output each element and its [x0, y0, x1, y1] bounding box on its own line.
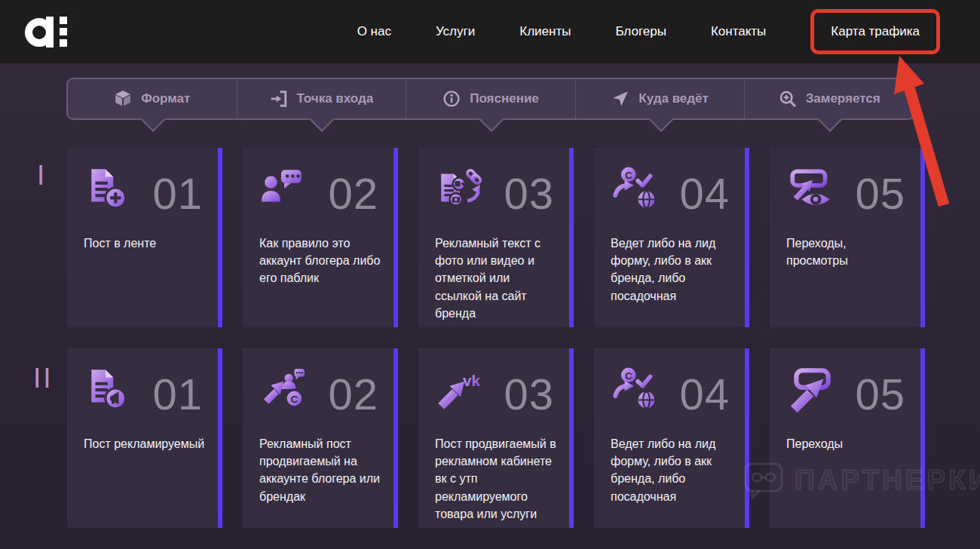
- card-number: 01: [152, 373, 203, 416]
- card-accent-bar: [218, 148, 222, 327]
- svg-text:vk: vk: [463, 372, 480, 389]
- tab-measured[interactable]: Замеряется: [744, 79, 914, 118]
- card-2-2: C 02 Рекламный пост продвигаемый на акка…: [243, 348, 398, 528]
- package-icon: [114, 90, 132, 108]
- card-accent-bar: [569, 348, 574, 528]
- ad-media-link-icon: [435, 164, 485, 214]
- card-title: Ведет либо на лид форму, либо в акк брен…: [611, 435, 734, 505]
- tab-pointer: [648, 106, 674, 132]
- nav-item-contacts[interactable]: Контакты: [711, 24, 766, 39]
- card-number: 02: [328, 373, 378, 416]
- traffic-map-page: О нас Услуги Клиенты Блогеры Контакты Ка…: [0, 0, 980, 549]
- svg-text:C: C: [625, 370, 632, 382]
- card-accent-bar: [394, 148, 398, 327]
- promo-on-account-icon: C: [259, 365, 309, 415]
- card-accent-bar: [218, 348, 222, 528]
- nav-item-bloggers[interactable]: Блогеры: [615, 24, 666, 39]
- card-title: Рекламный текст с фото или видео и отмет…: [435, 235, 559, 322]
- card-title: Ведет либо на лид форму, либо в акк брен…: [611, 235, 734, 305]
- svg-text:C: C: [625, 170, 632, 181]
- card-number: 03: [504, 373, 554, 416]
- tab-bar: Формат Точка входа Поясн: [66, 78, 915, 120]
- card-accent-bar: [745, 348, 749, 528]
- tab-format[interactable]: Формат: [68, 79, 237, 118]
- info-icon: [443, 90, 461, 108]
- nav-item-services[interactable]: Услуги: [436, 24, 475, 39]
- card-1-1: 01 Пост в ленте: [67, 148, 222, 327]
- post-in-feed-icon: [84, 164, 133, 214]
- card-title: Пост рекламируемый: [84, 435, 207, 452]
- card-title: Как правило это аккаунт блогера либо его…: [259, 235, 383, 287]
- clicks-icon: [786, 365, 836, 415]
- tab-label: Точка входа: [297, 91, 374, 106]
- row-numeral-1: I: [37, 161, 47, 189]
- vk-ads-icon: vk: [435, 365, 485, 415]
- tab-label: Куда ведёт: [639, 91, 709, 106]
- logo-a-icon: [24, 14, 77, 48]
- card-title: Пост в ленте: [84, 235, 207, 252]
- login-icon: [270, 90, 288, 108]
- navigation-icon: [611, 90, 629, 108]
- card-number: 04: [679, 172, 730, 216]
- card-accent-bar: [394, 348, 398, 528]
- cards-grid: 01 Пост в ленте: [67, 148, 925, 528]
- card-1-3: 03 Рекламный текст с фото или видео и от…: [418, 148, 574, 327]
- card-number: 03: [504, 172, 554, 216]
- card-2-4: C 04 Ведет либо на лид форму, либо в акк…: [594, 348, 749, 528]
- card-number: 01: [152, 172, 203, 216]
- nav-item-about[interactable]: О нас: [357, 24, 391, 39]
- tab-pointer: [817, 106, 843, 132]
- main-nav: О нас Услуги Клиенты Блогеры Контакты Ка…: [357, 0, 980, 63]
- lead-destination-icon: C: [611, 365, 660, 415]
- nav-item-traffic-map[interactable]: Карта трафика: [810, 9, 940, 54]
- tab-explanation[interactable]: Пояснение: [406, 79, 575, 118]
- card-2-1: 01 Пост рекламируемый: [67, 348, 222, 528]
- card-1-4: C 04 Ведет либо на лид форму, либо в акк…: [594, 148, 749, 327]
- tab-pointer: [479, 106, 504, 132]
- card-title: Пост продвигаемый в рекламном кабинете в…: [435, 435, 559, 523]
- nav-item-clients[interactable]: Клиенты: [519, 24, 571, 39]
- card-accent-bar: [569, 148, 574, 327]
- card-2-3: vk 03 Пост продвигаемый в рекламном каби…: [418, 348, 574, 528]
- tab-label: Пояснение: [470, 91, 539, 106]
- zoom-in-icon: [779, 90, 797, 108]
- card-number: 05: [855, 373, 905, 416]
- card-number: 05: [855, 172, 905, 216]
- clicks-views-icon: [786, 164, 836, 214]
- card-accent-bar: [920, 148, 925, 327]
- tab-pointer: [309, 106, 335, 132]
- tab-leads-to[interactable]: Куда ведёт: [575, 79, 745, 118]
- card-number: 02: [328, 172, 378, 216]
- svg-text:C: C: [291, 394, 299, 405]
- tab-label: Замеряется: [806, 91, 880, 106]
- tab-pointer: [140, 106, 166, 132]
- card-1-2: 02 Как правило это аккаунт блогера либо …: [243, 148, 398, 327]
- card-2-5: 05 Переходы: [770, 348, 925, 528]
- tab-entry-point[interactable]: Точка входа: [237, 79, 406, 118]
- card-accent-bar: [920, 348, 925, 528]
- row-numeral-2: II: [33, 364, 54, 392]
- tab-label: Формат: [141, 91, 190, 106]
- lead-destination-icon: C: [611, 164, 660, 214]
- card-accent-bar: [745, 148, 749, 327]
- promoted-post-icon: [84, 365, 133, 415]
- card-title: Переходы, просмотры: [786, 235, 910, 269]
- card-title: Переходы: [786, 435, 910, 452]
- card-title: Рекламный пост продвигаемый на аккаунте …: [259, 435, 383, 505]
- blogger-account-icon: [259, 164, 309, 214]
- card-1-5: 05 Переходы, просмотры: [770, 148, 925, 327]
- card-number: 04: [679, 373, 730, 416]
- header: О нас Услуги Клиенты Блогеры Контакты Ка…: [0, 0, 980, 63]
- brand-logo[interactable]: [24, 14, 77, 48]
